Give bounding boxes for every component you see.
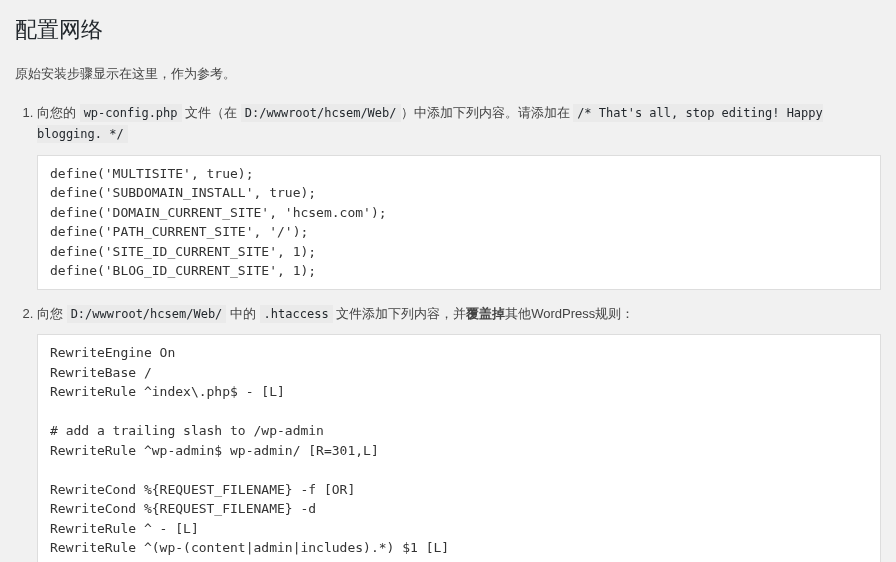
path-code-2: D:/wwwroot/hcsem/Web/ — [67, 305, 227, 323]
wpconfig-codeblock[interactable]: define('MULTISITE', true); define('SUBDO… — [37, 155, 881, 290]
step-1-text-3: ）中添加下列内容。请添加在 — [401, 105, 574, 120]
step-2-text-1: 向您 — [37, 306, 67, 321]
page-subtitle: 原始安装步骤显示在这里，作为参考。 — [15, 65, 881, 83]
htaccess-code: .htaccess — [260, 305, 333, 323]
step-1-instruction: 向您的 wp-config.php 文件（在 D:/wwwroot/hcsem/… — [37, 103, 881, 145]
step-2-text-3: 文件添加下列内容，并 — [333, 306, 467, 321]
step-1-text-1: 向您的 — [37, 105, 80, 120]
step-1: 向您的 wp-config.php 文件（在 D:/wwwroot/hcsem/… — [37, 103, 881, 290]
step-2-bold: 覆盖掉 — [466, 306, 505, 321]
step-2-text-4: 其他WordPress规则： — [505, 306, 634, 321]
path-code-1: D:/wwwroot/hcsem/Web/ — [241, 104, 401, 122]
step-2-text-2: 中的 — [226, 306, 259, 321]
htaccess-codeblock[interactable]: RewriteEngine On RewriteBase / RewriteRu… — [37, 334, 881, 562]
step-1-text-2: 文件（在 — [182, 105, 241, 120]
steps-list: 向您的 wp-config.php 文件（在 D:/wwwroot/hcsem/… — [15, 103, 881, 562]
wpconfig-code: wp-config.php — [80, 104, 182, 122]
page-title: 配置网络 — [15, 15, 881, 45]
step-2: 向您 D:/wwwroot/hcsem/Web/ 中的 .htaccess 文件… — [37, 304, 881, 562]
step-2-instruction: 向您 D:/wwwroot/hcsem/Web/ 中的 .htaccess 文件… — [37, 304, 881, 325]
